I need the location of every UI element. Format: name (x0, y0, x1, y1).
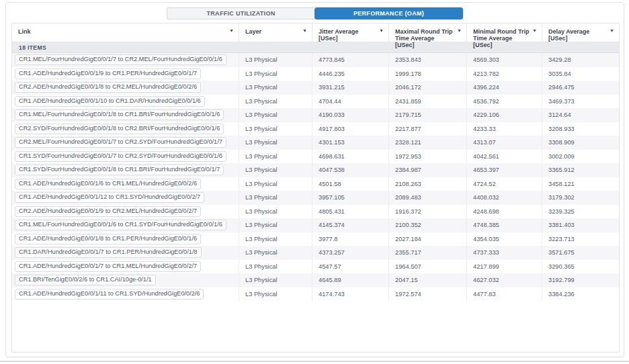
column-header-label: Maximal Round Trip Time Average [USec] (395, 28, 453, 48)
app-window: TRAFFIC UTILIZATION PERFORMANCE (OAM) Li… (5, 2, 624, 357)
layer-cell: L3 Physical (239, 81, 312, 95)
chevron-down-icon[interactable]: ▼ (302, 28, 307, 34)
link-cell: CR1.SYD/FourHundredGigE0/0/1/8 to CR1.BR… (12, 163, 239, 177)
maximal-round-trip-time-cell: 2217.877 (389, 122, 467, 136)
minimal-round-trip-time-cell: 4477.83 (467, 287, 542, 302)
jitter-average-cell: 4145.374 (312, 218, 389, 232)
link-chip[interactable]: CR1.ADE/HundredGigE0/0/1/11 to CR1.SYD/H… (15, 289, 204, 300)
minimal-round-trip-time-cell: 4724.52 (467, 177, 542, 191)
layer-cell: L3 Physical (239, 163, 312, 177)
layer-cell: L3 Physical (239, 95, 312, 109)
link-cell: CR1.MEL/FourHundredGigE0/0/1/7 to CR2.ME… (12, 53, 239, 67)
link-chip[interactable]: CR1.MEL/FourHundredGigE0/0/1/7 to CR2.ME… (15, 54, 226, 65)
table-row[interactable]: CR1.SYD/FourHundredGigE0/0/1/7 to CR2.SY… (12, 150, 619, 164)
table-row[interactable]: CR1.ADE/HundredGigE0/0/1/6 to CR1.MEL/Hu… (12, 177, 619, 191)
table-row[interactable]: CR1.ADE/HundredGigE0/0/1/12 to CR1.SYD/H… (12, 191, 619, 205)
performance-table-card: Link ▼ Layer ▼ Jitter Average [USec] ▼ M… (11, 23, 620, 353)
table-row[interactable]: CR1.ADE/HundredGigE0/0/1/8 to CR1.PER/Hu… (12, 232, 619, 246)
link-chip[interactable]: CR2.ADE/HundredGigE0/0/1/9 to CR2.MEL/Hu… (15, 206, 201, 217)
table-header-row: Link ▼ Layer ▼ Jitter Average [USec] ▼ M… (12, 24, 619, 42)
link-chip[interactable]: CR1.MEL/FourHundredGigE0/0/1/8 to CR1.BR… (15, 109, 224, 120)
maximal-round-trip-time-cell: 2328.121 (389, 136, 467, 150)
link-chip[interactable]: CR1.BRI/TenGigE0/0/2/6 to CR1.CAI/10ge-0… (15, 275, 156, 285)
column-header-minimal-round-trip-time[interactable]: Minimal Round Trip Time Average [USec] ▼ (467, 24, 542, 48)
link-chip[interactable]: CR1.MEL/FourHundredGigE0/0/1/6 to CR1.SY… (15, 220, 226, 230)
maximal-round-trip-time-cell: 2353.843 (389, 53, 467, 67)
link-cell: CR1.ADE/HundredGigE0/0/1/9 to CR1.PER/Hu… (12, 67, 239, 81)
jitter-average-cell: 4190.033 (312, 108, 389, 122)
table-row[interactable]: CR1.SYD/FourHundredGigE0/0/1/8 to CR1.BR… (12, 163, 619, 177)
table-row[interactable]: CR2.MEL/FourHundredGigE0/0/1/7 to CR2.SY… (12, 136, 619, 150)
link-chip[interactable]: CR2.ADE/HundredGigE0/0/1/8 to CR2.MEL/Hu… (15, 82, 201, 93)
layer-cell: L3 Physical (239, 67, 312, 81)
jitter-average-cell: 4645.89 (312, 273, 389, 287)
column-header-layer[interactable]: Layer ▼ (239, 24, 312, 48)
link-chip[interactable]: CR1.DAR/HundredGigE0/0/1/7 to CR1.PER/Hu… (15, 247, 202, 258)
delay-average-cell: 2946.475 (542, 81, 619, 95)
column-header-delay-average[interactable]: Delay Average [USec] ▼ (542, 24, 619, 48)
link-cell: CR1.ADE/HundredGigE0/0/1/8 to CR1.PER/Hu… (12, 232, 239, 246)
link-cell: CR1.ADE/HundredGigE0/0/1/11 to CR1.SYD/H… (12, 287, 239, 302)
chevron-down-icon[interactable]: ▼ (379, 28, 384, 34)
minimal-round-trip-time-cell: 4536.792 (467, 95, 542, 109)
table-row[interactable]: CR2.ADE/HundredGigE0/0/1/8 to CR2.MEL/Hu… (12, 81, 619, 95)
chevron-down-icon[interactable]: ▼ (532, 28, 537, 34)
minimal-round-trip-time-cell: 4229.106 (467, 108, 542, 122)
column-header-link[interactable]: Link ▼ (12, 24, 239, 48)
delay-average-cell: 3384.236 (542, 287, 619, 302)
layer-cell: L3 Physical (239, 246, 312, 260)
layer-cell: L3 Physical (239, 232, 312, 246)
table-row[interactable]: CR2.SYD/FourHundredGigE0/0/1/8 to CR2.BR… (12, 122, 619, 136)
delay-average-cell: 3365.912 (542, 163, 619, 177)
link-cell: CR1.ADE/HundredGigE0/0/1/12 to CR1.SYD/H… (12, 191, 239, 205)
minimal-round-trip-time-cell: 4042.561 (467, 150, 542, 164)
delay-average-cell: 3208.933 (542, 122, 619, 136)
link-chip[interactable]: CR2.MEL/FourHundredGigE0/0/1/7 to CR2.SY… (15, 137, 226, 148)
table-row[interactable]: CR1.MEL/FourHundredGigE0/0/1/8 to CR1.BR… (12, 108, 619, 122)
table-row[interactable]: CR2.ADE/HundredGigE0/0/1/9 to CR2.MEL/Hu… (12, 205, 619, 219)
link-chip[interactable]: CR2.SYD/FourHundredGigE0/0/1/8 to CR2.BR… (15, 124, 224, 134)
link-chip[interactable]: CR1.SYD/FourHundredGigE0/0/1/8 to CR1.BR… (15, 165, 224, 175)
link-chip[interactable]: CR1.ADE/HundredGigE0/0/1/12 to CR1.SYD/H… (15, 192, 204, 203)
minimal-round-trip-time-cell: 4248.698 (467, 205, 542, 219)
column-header-jitter-average[interactable]: Jitter Average [USec] ▼ (312, 24, 389, 48)
delay-average-cell: 3458.121 (542, 177, 619, 191)
link-cell: CR1.DAR/HundredGigE0/0/1/7 to CR1.PER/Hu… (12, 246, 239, 260)
column-header-label: Jitter Average [USec] (319, 28, 358, 42)
link-chip[interactable]: CR1.SYD/FourHundredGigE0/0/1/7 to CR2.SY… (15, 151, 226, 162)
chevron-down-icon[interactable]: ▼ (610, 28, 614, 34)
jitter-average-cell: 4301.153 (312, 136, 389, 150)
link-chip[interactable]: CR1.ADE/HundredGigE0/0/1/10 to CR1.DAR/H… (15, 96, 205, 107)
layer-cell: L3 Physical (239, 273, 312, 287)
chevron-down-icon[interactable]: ▼ (229, 28, 234, 34)
link-cell: CR1.MEL/FourHundredGigE0/0/1/8 to CR1.BR… (12, 108, 239, 122)
table-row[interactable]: CR1.ADE/HundredGigE0/0/1/7 to CR1.MEL/Hu… (12, 260, 619, 274)
jitter-average-cell: 4547.57 (312, 260, 389, 274)
maximal-round-trip-time-cell: 2431.859 (389, 95, 467, 109)
table-row[interactable]: CR1.MEL/FourHundredGigE0/0/1/7 to CR2.ME… (12, 53, 619, 67)
minimal-round-trip-time-cell: 4233.33 (467, 122, 542, 136)
table-row[interactable]: CR1.ADE/HundredGigE0/0/1/9 to CR1.PER/Hu… (12, 67, 619, 81)
table-row[interactable]: CR1.ADE/HundredGigE0/0/1/10 to CR1.DAR/H… (12, 95, 619, 109)
delay-average-cell: 3381.403 (542, 218, 619, 232)
table-row[interactable]: CR1.DAR/HundredGigE0/0/1/7 to CR1.PER/Hu… (12, 246, 619, 260)
minimal-round-trip-time-cell: 4408.032 (467, 191, 542, 205)
chevron-down-icon[interactable]: ▼ (457, 28, 462, 34)
link-cell: CR1.ADE/HundredGigE0/0/1/10 to CR1.DAR/H… (12, 95, 239, 109)
link-chip[interactable]: CR1.ADE/HundredGigE0/0/1/8 to CR1.PER/Hu… (15, 234, 201, 244)
maximal-round-trip-time-cell: 2089.483 (389, 191, 467, 205)
tab-performance-oam[interactable]: PERFORMANCE (OAM) (314, 7, 463, 19)
tab-traffic-utilization[interactable]: TRAFFIC UTILIZATION (167, 7, 314, 19)
link-chip[interactable]: CR1.ADE/HundredGigE0/0/1/9 to CR1.PER/Hu… (15, 69, 201, 79)
minimal-round-trip-time-cell: 4313.07 (467, 136, 542, 150)
column-header-maximal-round-trip-time[interactable]: Maximal Round Trip Time Average [USec] ▼ (389, 24, 467, 48)
link-chip[interactable]: CR1.ADE/HundredGigE0/0/1/7 to CR1.MEL/Hu… (15, 261, 201, 272)
jitter-average-cell: 4174.743 (312, 287, 389, 302)
minimal-round-trip-time-cell: 4213.782 (467, 67, 542, 81)
minimal-round-trip-time-cell: 4569.303 (467, 53, 542, 67)
table-row[interactable]: CR1.MEL/FourHundredGigE0/0/1/6 to CR1.SY… (12, 218, 619, 232)
table-row[interactable]: CR1.ADE/HundredGigE0/0/1/11 to CR1.SYD/H… (12, 287, 619, 302)
link-chip[interactable]: CR1.ADE/HundredGigE0/0/1/6 to CR1.MEL/Hu… (15, 179, 201, 189)
table-row[interactable]: CR1.BRI/TenGigE0/0/2/6 to CR1.CAI/10ge-0… (12, 273, 619, 287)
delay-average-cell: 3192.799 (542, 273, 619, 287)
